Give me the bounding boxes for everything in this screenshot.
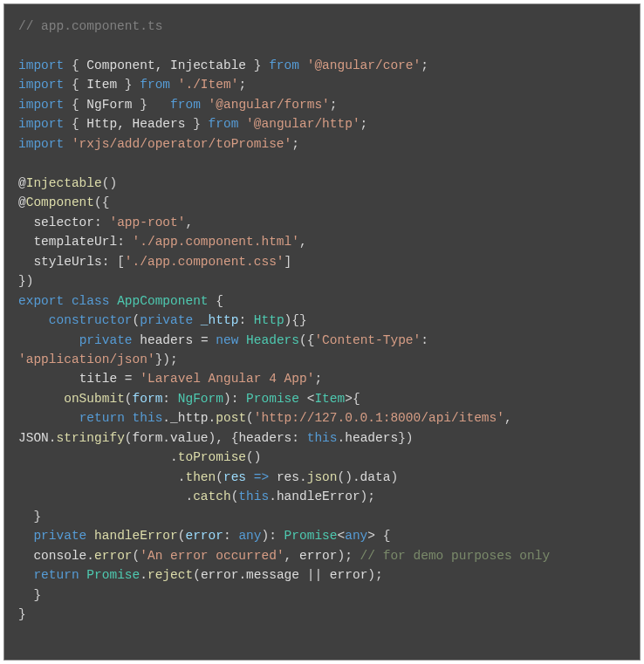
code-body: import { Component, Injectable } from '@… xyxy=(18,58,550,621)
code-content[interactable]: // app.component.ts import { Component, … xyxy=(18,17,626,625)
code-block: // app.component.ts import { Component, … xyxy=(3,3,641,661)
header-comment: // app.component.ts xyxy=(18,19,162,33)
